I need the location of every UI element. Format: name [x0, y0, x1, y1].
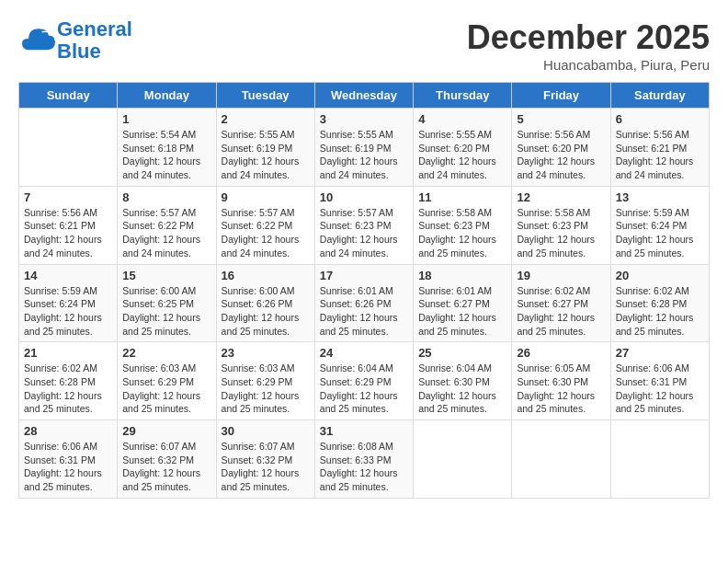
calendar-cell: 22Sunrise: 6:03 AMSunset: 6:29 PMDayligh…: [118, 342, 216, 420]
calendar-cell: 12Sunrise: 5:58 AMSunset: 6:23 PMDayligh…: [512, 186, 610, 264]
calendar-table: SundayMondayTuesdayWednesdayThursdayFrid…: [18, 82, 710, 499]
day-number: 14: [24, 269, 112, 282]
calendar-cell: 2Sunrise: 5:55 AMSunset: 6:19 PMDaylight…: [216, 109, 314, 187]
day-number: 4: [418, 112, 506, 126]
calendar-cell: 14Sunrise: 5:59 AMSunset: 6:24 PMDayligh…: [19, 264, 118, 342]
calendar-cell: 23Sunrise: 6:03 AMSunset: 6:29 PMDayligh…: [216, 342, 314, 420]
calendar-cell: 3Sunrise: 5:55 AMSunset: 6:19 PMDaylight…: [314, 109, 413, 187]
day-info: Sunrise: 5:57 AMSunset: 6:22 PMDaylight:…: [222, 206, 310, 260]
column-header-saturday: Saturday: [610, 83, 709, 109]
day-info: Sunrise: 6:01 AMSunset: 6:26 PMDaylight:…: [320, 284, 408, 339]
day-info: Sunrise: 5:58 AMSunset: 6:23 PMDaylight:…: [418, 206, 506, 260]
day-info: Sunrise: 5:55 AMSunset: 6:19 PMDaylight:…: [320, 128, 408, 182]
calendar-cell: 10Sunrise: 5:57 AMSunset: 6:23 PMDayligh…: [314, 186, 413, 264]
calendar-cell: 27Sunrise: 6:06 AMSunset: 6:31 PMDayligh…: [610, 342, 709, 420]
day-number: 24: [320, 346, 408, 360]
calendar-cell: 17Sunrise: 6:01 AMSunset: 6:26 PMDayligh…: [314, 264, 413, 342]
calendar-cell: 8Sunrise: 5:57 AMSunset: 6:22 PMDaylight…: [118, 186, 216, 264]
calendar-cell: [610, 420, 709, 499]
day-info: Sunrise: 5:57 AMSunset: 6:23 PMDaylight:…: [320, 206, 408, 260]
calendar-cell: 24Sunrise: 6:04 AMSunset: 6:29 PMDayligh…: [314, 342, 413, 420]
day-info: Sunrise: 6:06 AMSunset: 6:31 PMDaylight:…: [616, 362, 704, 416]
day-number: 26: [517, 346, 605, 360]
day-info: Sunrise: 5:54 AMSunset: 6:18 PMDaylight:…: [122, 128, 210, 182]
calendar-cell: 15Sunrise: 6:00 AMSunset: 6:25 PMDayligh…: [118, 264, 216, 342]
day-info: Sunrise: 6:07 AMSunset: 6:32 PMDaylight:…: [122, 440, 210, 494]
calendar-cell: 5Sunrise: 5:56 AMSunset: 6:20 PMDaylight…: [512, 109, 610, 187]
calendar-cell: 1Sunrise: 5:54 AMSunset: 6:18 PMDaylight…: [118, 109, 216, 187]
day-info: Sunrise: 5:58 AMSunset: 6:23 PMDaylight:…: [517, 206, 605, 260]
logo-text: General Blue: [57, 18, 132, 63]
calendar-cell: 31Sunrise: 6:08 AMSunset: 6:33 PMDayligh…: [314, 420, 413, 499]
column-header-sunday: Sunday: [19, 83, 118, 109]
calendar-week-2: 7Sunrise: 5:56 AMSunset: 6:21 PMDaylight…: [19, 186, 710, 264]
day-info: Sunrise: 6:03 AMSunset: 6:29 PMDaylight:…: [122, 362, 210, 416]
day-info: Sunrise: 6:00 AMSunset: 6:26 PMDaylight:…: [222, 284, 310, 339]
day-info: Sunrise: 6:04 AMSunset: 6:30 PMDaylight:…: [418, 362, 506, 416]
day-number: 30: [222, 424, 310, 438]
day-number: 31: [320, 424, 408, 438]
day-info: Sunrise: 6:01 AMSunset: 6:27 PMDaylight:…: [418, 284, 506, 339]
day-number: 5: [517, 112, 605, 126]
column-header-monday: Monday: [118, 83, 216, 109]
day-number: 8: [122, 190, 210, 204]
calendar-cell: 13Sunrise: 5:59 AMSunset: 6:24 PMDayligh…: [610, 186, 709, 264]
day-number: 11: [418, 190, 506, 204]
day-number: 27: [616, 346, 704, 360]
day-number: 18: [418, 269, 506, 282]
day-info: Sunrise: 6:03 AMSunset: 6:29 PMDaylight:…: [222, 362, 310, 416]
day-number: 23: [222, 346, 310, 360]
day-number: 3: [320, 112, 408, 126]
day-number: 9: [222, 190, 310, 204]
day-number: 1: [122, 112, 210, 126]
day-info: Sunrise: 6:06 AMSunset: 6:31 PMDaylight:…: [24, 440, 112, 494]
day-info: Sunrise: 6:02 AMSunset: 6:28 PMDaylight:…: [24, 362, 112, 416]
calendar-cell: 16Sunrise: 6:00 AMSunset: 6:26 PMDayligh…: [216, 264, 314, 342]
day-number: 15: [122, 269, 210, 282]
day-number: 29: [122, 424, 210, 438]
day-number: 19: [517, 269, 605, 282]
day-number: 12: [517, 190, 605, 204]
day-info: Sunrise: 5:59 AMSunset: 6:24 PMDaylight:…: [616, 206, 704, 260]
location: Huancabamba, Piura, Peru: [467, 57, 710, 73]
day-number: 21: [24, 346, 112, 360]
calendar-week-1: 1Sunrise: 5:54 AMSunset: 6:18 PMDaylight…: [19, 109, 710, 187]
day-info: Sunrise: 6:05 AMSunset: 6:30 PMDaylight:…: [517, 362, 605, 416]
calendar-cell: [414, 420, 512, 499]
column-header-thursday: Thursday: [414, 83, 512, 109]
calendar-cell: 26Sunrise: 6:05 AMSunset: 6:30 PMDayligh…: [512, 342, 610, 420]
day-info: Sunrise: 5:57 AMSunset: 6:22 PMDaylight:…: [122, 206, 210, 260]
calendar-cell: 6Sunrise: 5:56 AMSunset: 6:21 PMDaylight…: [610, 109, 709, 187]
day-number: 28: [24, 424, 112, 438]
month-title: December 2025: [467, 18, 710, 57]
calendar-cell: 28Sunrise: 6:06 AMSunset: 6:31 PMDayligh…: [19, 420, 118, 499]
calendar-cell: 4Sunrise: 5:55 AMSunset: 6:20 PMDaylight…: [414, 109, 512, 187]
calendar-cell: 18Sunrise: 6:01 AMSunset: 6:27 PMDayligh…: [414, 264, 512, 342]
day-info: Sunrise: 5:56 AMSunset: 6:20 PMDaylight:…: [517, 128, 605, 182]
day-info: Sunrise: 6:00 AMSunset: 6:25 PMDaylight:…: [122, 284, 210, 339]
day-number: 17: [320, 269, 408, 282]
calendar-cell: [19, 109, 118, 187]
calendar-cell: 30Sunrise: 6:07 AMSunset: 6:32 PMDayligh…: [216, 420, 314, 499]
day-info: Sunrise: 6:07 AMSunset: 6:32 PMDaylight:…: [222, 440, 310, 494]
calendar-cell: 19Sunrise: 6:02 AMSunset: 6:27 PMDayligh…: [512, 264, 610, 342]
day-info: Sunrise: 6:08 AMSunset: 6:33 PMDaylight:…: [320, 440, 408, 494]
day-number: 22: [122, 346, 210, 360]
logo-icon: [22, 22, 55, 55]
logo: General Blue: [18, 18, 132, 63]
day-info: Sunrise: 5:56 AMSunset: 6:21 PMDaylight:…: [24, 206, 112, 260]
calendar-cell: 25Sunrise: 6:04 AMSunset: 6:30 PMDayligh…: [414, 342, 512, 420]
day-number: 10: [320, 190, 408, 204]
calendar-header-row: SundayMondayTuesdayWednesdayThursdayFrid…: [19, 83, 710, 109]
calendar-cell: 11Sunrise: 5:58 AMSunset: 6:23 PMDayligh…: [414, 186, 512, 264]
day-info: Sunrise: 5:55 AMSunset: 6:20 PMDaylight:…: [418, 128, 506, 182]
calendar-week-3: 14Sunrise: 5:59 AMSunset: 6:24 PMDayligh…: [19, 264, 710, 342]
calendar-week-4: 21Sunrise: 6:02 AMSunset: 6:28 PMDayligh…: [19, 342, 710, 420]
page-header: General Blue December 2025 Huancabamba, …: [18, 18, 710, 73]
day-number: 6: [616, 112, 704, 126]
title-block: December 2025 Huancabamba, Piura, Peru: [467, 18, 710, 73]
day-info: Sunrise: 5:55 AMSunset: 6:19 PMDaylight:…: [222, 128, 310, 182]
day-info: Sunrise: 5:59 AMSunset: 6:24 PMDaylight:…: [24, 284, 112, 339]
day-number: 2: [222, 112, 310, 126]
day-info: Sunrise: 5:56 AMSunset: 6:21 PMDaylight:…: [616, 128, 704, 182]
